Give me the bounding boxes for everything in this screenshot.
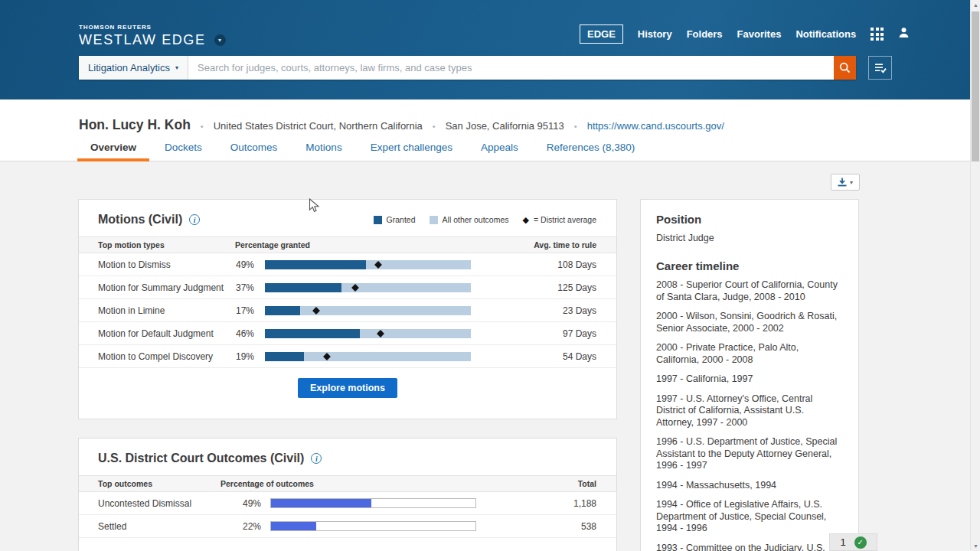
judge-name: Hon. Lucy H. Koh [79, 117, 191, 133]
search-scope-dropdown[interactable]: Litigation Analytics ▾ [79, 56, 188, 80]
tab-motions[interactable]: Motions [292, 139, 354, 161]
outcome-total: 1,188 [476, 498, 596, 509]
step-count-value: 1 [840, 536, 845, 548]
motion-type-label: Motion for Default Judgment [98, 328, 235, 339]
outcome-label: Uncontested Dismissal [98, 498, 220, 509]
motions-table-body: Motion to Dismiss49%108 DaysMotion for S… [79, 253, 616, 368]
outcome-pct: 49% [220, 498, 261, 509]
motion-avg-time: 23 Days [471, 305, 596, 316]
profile-tabs: OverviewDocketsOutcomesMotionsExpert cha… [77, 139, 648, 161]
motion-bar-granted-fill [265, 283, 341, 292]
career-timeline-item: 2008 - Superior Court of California, Cou… [656, 279, 843, 303]
outcome-row: Settled22%538 [79, 515, 616, 538]
tab-expert-challenges[interactable]: Expert challenges [358, 139, 466, 161]
motion-row: Motion to Compel Discovery19%54 Days [79, 345, 616, 368]
motions-legend: Granted All other outcomes ◆= District a… [374, 215, 596, 225]
nav-item-folders[interactable]: Folders [687, 28, 723, 40]
brand-dropdown-caret-icon[interactable]: ▾ [214, 34, 226, 46]
motion-bar-granted-fill [265, 352, 304, 361]
career-timeline-item: 1997 - California, 1997 [656, 373, 843, 386]
top-navigation: EDGEHistoryFoldersFavoritesNotifications [580, 24, 910, 44]
career-timeline-item: 1993 - Committee on the Judiciary, U.S. … [656, 543, 843, 551]
judge-details-sidebar: Position District Judge Career timeline … [640, 199, 859, 551]
download-button[interactable]: ▾ [831, 174, 860, 191]
career-timeline-title: Career timeline [656, 259, 843, 272]
tab-outcomes[interactable]: Outcomes [217, 139, 291, 161]
page-scrollbar[interactable]: ▲ ▼ [970, 0, 980, 551]
app-header: THOMSON REUTERS WESTLAW EDGE ▾ EDGEHisto… [0, 0, 980, 99]
tab-appeals[interactable]: Appeals [468, 139, 531, 161]
district-average-marker-icon [312, 307, 320, 315]
scrollbar-thumb[interactable] [972, 11, 979, 161]
judge-info-row: Hon. Lucy H. Koh • United States Distric… [79, 117, 724, 133]
search-input[interactable] [188, 56, 834, 80]
scrollbar-down-arrow-icon[interactable]: ▼ [971, 543, 980, 549]
tab-references-8-380[interactable]: References (8,380) [534, 139, 648, 161]
separator-dot: • [201, 122, 204, 131]
motion-bar [265, 283, 471, 292]
motion-row: Motion in Limine17%23 Days [79, 299, 616, 322]
motions-table-header: Top motion types Percentage granted Avg.… [79, 236, 616, 253]
motion-type-label: Motion to Compel Discovery [98, 351, 235, 362]
nav-item-edge[interactable]: EDGE [580, 24, 623, 44]
download-icon [838, 178, 847, 187]
user-profile-icon[interactable] [898, 27, 910, 41]
tab-dockets[interactable]: Dockets [152, 139, 215, 161]
district-average-marker-icon [374, 261, 382, 269]
nav-item-favorites[interactable]: Favorites [737, 28, 782, 40]
judge-website-link[interactable]: https://www.cand.uscourts.gov/ [587, 120, 724, 132]
search-history-list-button[interactable] [868, 56, 892, 80]
motion-bar-granted-fill [265, 306, 300, 315]
motion-bar [265, 306, 471, 315]
motion-pct-granted: 17% [235, 305, 254, 316]
career-timeline-item: 2000 - Private Practice, Palo Alto, Cali… [656, 342, 843, 366]
motion-bar-granted-fill [265, 329, 360, 338]
motion-pct-granted: 49% [235, 259, 254, 270]
chevron-down-icon: ▾ [175, 64, 178, 71]
career-timeline-item: 1994 - Massachusetts, 1994 [656, 480, 843, 492]
district-court-outcomes-card: U.S. District Court Outcomes (Civil) i T… [78, 438, 617, 551]
search-button[interactable] [834, 56, 856, 80]
motion-row: Motion to Dismiss49%108 Days [79, 253, 616, 276]
scrollbar-up-arrow-icon[interactable]: ▲ [971, 2, 980, 8]
motion-type-label: Motion for Summary Judgment [98, 282, 235, 293]
explore-motions-button[interactable]: Explore motions [298, 378, 397, 398]
search-scope-label: Litigation Analytics [88, 62, 170, 73]
motions-civil-card: Motions (Civil) i Granted All other outc… [78, 199, 617, 419]
position-title: Position [656, 213, 843, 226]
outcome-bar-fill [271, 522, 316, 530]
legend-district-label: = District average [534, 215, 596, 224]
nav-item-notifications[interactable]: Notifications [795, 28, 856, 40]
brand-thomson-reuters: THOMSON REUTERS [79, 24, 226, 31]
info-icon[interactable]: i [189, 214, 200, 225]
search-icon [839, 62, 851, 73]
granted-swatch-icon [374, 216, 382, 224]
download-options-caret-icon[interactable]: ▾ [850, 179, 853, 186]
app-grid-icon[interactable] [871, 28, 884, 41]
motion-pct-granted: 46% [235, 328, 254, 339]
nav-item-history[interactable]: History [638, 28, 672, 40]
career-timeline-list: 2008 - Superior Court of California, Cou… [656, 279, 843, 551]
motions-col-types: Top motion types [98, 240, 235, 249]
motion-avg-time: 108 Days [471, 259, 596, 270]
search-bar: Litigation Analytics ▾ [79, 56, 856, 80]
motion-bar [265, 352, 471, 361]
legend-other-label: All other outcomes [443, 215, 509, 224]
motion-avg-time: 125 Days [471, 282, 596, 293]
judge-court: United States District Court, Northern C… [214, 120, 423, 132]
tab-overview[interactable]: Overview [77, 139, 149, 161]
info-icon[interactable]: i [311, 453, 322, 464]
motion-row: Motion for Summary Judgment37%125 Days [79, 276, 616, 299]
other-outcomes-swatch-icon [430, 216, 438, 224]
motion-bar [265, 329, 471, 338]
motion-row: Motion for Default Judgment46%97 Days [79, 322, 616, 345]
check-circle-icon: ✓ [854, 536, 867, 549]
outcomes-table-header: Top outcomes Percentage of outcomes Tota… [79, 475, 616, 492]
outcome-pct: 22% [220, 521, 261, 532]
motions-col-time: Avg. time to rule [534, 240, 596, 249]
district-average-marker-icon [377, 330, 384, 337]
career-timeline-item: 2000 - Wilson, Sonsini, Goodrich & Rosat… [656, 311, 843, 334]
brand-logo[interactable]: THOMSON REUTERS WESTLAW EDGE ▾ [79, 24, 226, 48]
outcome-bar [270, 498, 476, 508]
step-count-widget: 1 ✓ [829, 533, 877, 551]
